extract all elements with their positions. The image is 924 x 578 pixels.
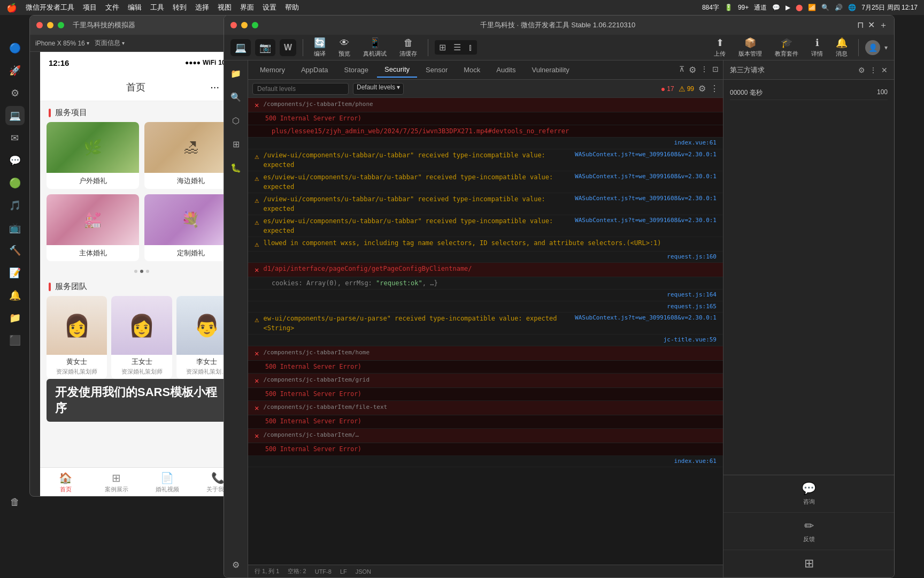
devtools-new-tab-icon[interactable]: ＋ xyxy=(879,20,888,31)
layout-cols-icon[interactable]: ⫿ xyxy=(465,42,476,54)
tab-gear-icon[interactable]: ⚙ xyxy=(689,65,696,75)
tab-storage[interactable]: Storage xyxy=(337,63,376,77)
tab-appdata[interactable]: AppData xyxy=(294,63,336,77)
dock-video[interactable]: 📺 xyxy=(5,218,25,238)
console-warn-link-1[interactable]: WASubContext.js?t=we_30991608&v=2.30.0:1 xyxy=(575,150,717,159)
dock-finder[interactable]: 🔵 xyxy=(5,39,25,58)
tab-collapse-icon[interactable]: ⊼ xyxy=(679,65,684,75)
tab-memory[interactable]: Memory xyxy=(252,63,292,77)
console-req-link-164[interactable]: request.js:164 xyxy=(667,291,717,300)
edu-kit-button[interactable]: 🎓 教育套件 xyxy=(771,35,803,60)
team-member-1[interactable]: 👩 黄女士 资深婚礼策划师 xyxy=(47,296,107,379)
service-item-main[interactable]: 💒 主体婚礼 xyxy=(47,194,139,261)
menubar-project[interactable]: 项目 xyxy=(83,3,97,12)
service-item-outdoor[interactable]: 🌿 户外婚礼 xyxy=(47,122,139,189)
devtools-maximize-button[interactable] xyxy=(252,22,258,28)
message-button[interactable]: 🔔 消息 xyxy=(831,35,852,60)
rpanel-close-icon[interactable]: ✕ xyxy=(881,66,888,74)
menubar-app[interactable]: 微信开发者工具 xyxy=(26,3,74,12)
tab-sensor[interactable]: Sensor xyxy=(418,63,455,77)
panel-search-icon[interactable]: 🔍 xyxy=(227,88,244,105)
tab-expand-icon[interactable]: ⊡ xyxy=(712,65,719,75)
console-jctitle-link[interactable]: jc-title.vue:59 xyxy=(664,336,717,345)
clear-cache-button[interactable]: 🗑 清缓存 xyxy=(395,35,421,60)
minimize-button[interactable] xyxy=(47,22,53,28)
more-icon[interactable]: ··· xyxy=(210,81,219,94)
layout-grid-icon[interactable]: ⊞ xyxy=(436,41,449,54)
nav-video[interactable]: 📄 婚礼视频 xyxy=(142,471,192,493)
panel-settings-icon[interactable]: ⚙ xyxy=(227,556,244,573)
dock-trash[interactable]: 🗑 xyxy=(5,492,25,512)
devtools-expand-icon[interactable]: ⊓ xyxy=(857,20,864,31)
devtools-close-icon[interactable]: ✕ xyxy=(868,20,875,31)
tab-security[interactable]: Security xyxy=(377,62,417,78)
console-req-link-160[interactable]: request.js:160 xyxy=(667,253,717,262)
dock-terminal[interactable]: ⬛ xyxy=(5,331,25,350)
console-index-final-link[interactable]: index.vue:61 xyxy=(674,457,717,466)
rpanel-more-icon[interactable]: ⋮ xyxy=(869,66,877,74)
filter-settings-icon[interactable]: ⚙ xyxy=(698,83,706,94)
panel-git-icon[interactable]: ⬡ xyxy=(227,112,244,129)
nav-home[interactable]: 🏠 首页 xyxy=(40,471,91,493)
dock-wechat-dev[interactable]: 💻 xyxy=(5,106,25,125)
user-chevron-icon[interactable]: ▾ xyxy=(884,44,888,51)
dock-system[interactable]: ⚙ xyxy=(5,83,25,103)
apple-menu-icon[interactable]: 🍎 xyxy=(6,3,17,13)
console-link-1[interactable]: index.vue:61 xyxy=(674,139,717,148)
float-grid-button[interactable]: ⊞ xyxy=(723,550,894,577)
version-mgmt-button[interactable]: 📦 版本管理 xyxy=(734,35,766,60)
close-button[interactable] xyxy=(36,22,43,28)
tab-more-icon[interactable]: ⋮ xyxy=(700,65,708,75)
console-warn-link-4[interactable]: WASubContext.js?t=we_30991608&v=2.30.0:1 xyxy=(575,216,717,225)
rpanel-settings-icon[interactable]: ⚙ xyxy=(858,66,865,74)
dock-launchpad[interactable]: 🚀 xyxy=(5,61,25,80)
panel-files-icon[interactable]: 📁 xyxy=(227,65,244,82)
tab-audits[interactable]: Audits xyxy=(489,63,523,77)
console-uparse-link[interactable]: WASubContext.js?t=we_30991608&v=2.30.0:1 xyxy=(575,314,717,323)
maximize-button[interactable] xyxy=(58,22,64,28)
dock-xcode[interactable]: 🔨 xyxy=(5,241,25,260)
menubar-view[interactable]: 视图 xyxy=(218,3,232,12)
panel-extensions-icon[interactable]: ⊞ xyxy=(227,135,244,153)
tab-vulnerability[interactable]: Vulnerability xyxy=(524,63,576,77)
menubar-search-icon[interactable]: 🔍 xyxy=(821,4,829,11)
page-info-button[interactable]: 页面信息 ▾ xyxy=(95,39,125,48)
dock-mail[interactable]: ✉ xyxy=(5,128,25,148)
panel-debug-icon[interactable]: 🐛 xyxy=(227,159,244,176)
console-filter-input[interactable] xyxy=(252,83,349,95)
menubar-help[interactable]: 帮助 xyxy=(285,3,299,12)
dock-files[interactable]: 📁 xyxy=(5,308,25,328)
devtools-console[interactable]: ✕ /components/jc-tabbarItem/phone 500 In… xyxy=(248,98,723,565)
menubar-settings[interactable]: 设置 xyxy=(263,3,276,12)
upload-button[interactable]: ⬆ 上传 xyxy=(710,35,730,60)
menubar-file[interactable]: 文件 xyxy=(105,3,119,12)
dock-messages[interactable]: 💬 xyxy=(5,151,25,170)
console-warn-link-2[interactable]: WASubContext.js?t=we_30991608&v=2.30.0:1 xyxy=(575,172,717,181)
console-warn-link-3[interactable]: WASubContext.js?t=we_30991608&v=2.30.0:1 xyxy=(575,194,717,203)
menubar-goto[interactable]: 转到 xyxy=(173,3,187,12)
dock-music[interactable]: 🎵 xyxy=(5,196,25,215)
dock-wechat[interactable]: 🟢 xyxy=(5,173,25,193)
menubar-select[interactable]: 选择 xyxy=(195,3,209,12)
device-selector[interactable]: iPhone X 85% 16 ▾ xyxy=(35,40,89,47)
dock-notes[interactable]: 📝 xyxy=(5,263,25,283)
console-req-link-165[interactable]: request.js:165 xyxy=(667,302,717,311)
real-device-button[interactable]: 📱 真机调试 xyxy=(359,35,391,60)
menubar-tools[interactable]: 工具 xyxy=(150,3,164,12)
menubar-edit[interactable]: 编辑 xyxy=(128,3,142,12)
user-avatar[interactable]: 👤 xyxy=(865,40,880,55)
float-consult-button[interactable]: 💬 咨询 xyxy=(723,475,894,513)
dock-reminders[interactable]: 🔔 xyxy=(5,286,25,305)
devtools-close-button[interactable] xyxy=(230,22,237,28)
float-feedback-button[interactable]: ✏ 反馈 xyxy=(723,513,894,550)
devtools-minimize-button[interactable] xyxy=(241,22,248,28)
preview-button[interactable]: 👁 预览 xyxy=(334,35,355,60)
filter-more-icon[interactable]: ⋮ xyxy=(710,83,719,94)
layout-list-icon[interactable]: ☰ xyxy=(450,41,464,54)
compile-button[interactable]: 🔄 编译 xyxy=(310,35,330,60)
details-button[interactable]: ℹ 详情 xyxy=(807,35,827,60)
nav-cases[interactable]: ⊞ 案例展示 xyxy=(91,471,142,493)
menubar-interface[interactable]: 界面 xyxy=(240,3,254,12)
level-select[interactable]: Default levels ▾ xyxy=(353,83,404,95)
team-member-2[interactable]: 👩 王女士 资深婚礼策划师 xyxy=(111,296,172,379)
